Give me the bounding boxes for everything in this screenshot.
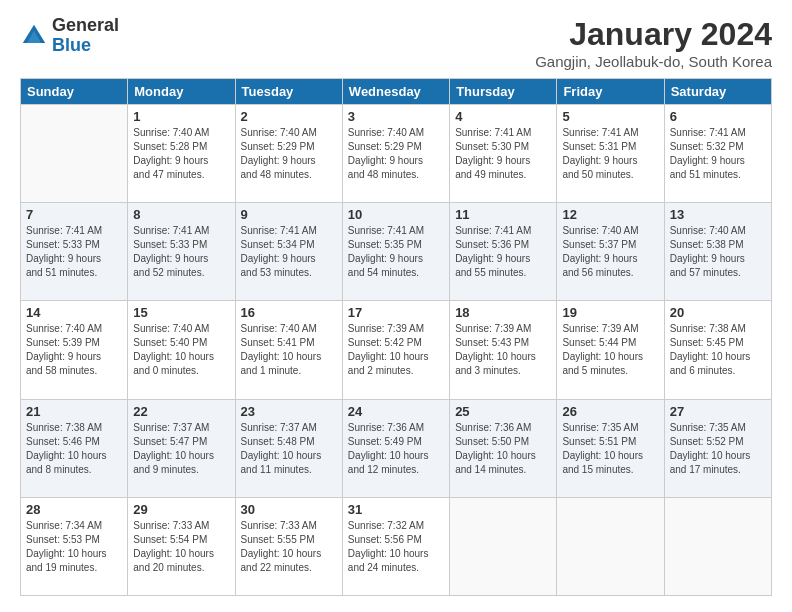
- day-cell: 29Sunrise: 7:33 AM Sunset: 5:54 PM Dayli…: [128, 497, 235, 595]
- day-number: 15: [133, 305, 229, 320]
- day-number: 12: [562, 207, 658, 222]
- col-header-monday: Monday: [128, 79, 235, 105]
- day-number: 11: [455, 207, 551, 222]
- day-cell: [21, 105, 128, 203]
- day-info: Sunrise: 7:40 AM Sunset: 5:29 PM Dayligh…: [348, 126, 444, 182]
- day-cell: 26Sunrise: 7:35 AM Sunset: 5:51 PM Dayli…: [557, 399, 664, 497]
- day-cell: 24Sunrise: 7:36 AM Sunset: 5:49 PM Dayli…: [342, 399, 449, 497]
- day-cell: 18Sunrise: 7:39 AM Sunset: 5:43 PM Dayli…: [450, 301, 557, 399]
- day-cell: 31Sunrise: 7:32 AM Sunset: 5:56 PM Dayli…: [342, 497, 449, 595]
- day-info: Sunrise: 7:41 AM Sunset: 5:31 PM Dayligh…: [562, 126, 658, 182]
- col-header-sunday: Sunday: [21, 79, 128, 105]
- day-info: Sunrise: 7:34 AM Sunset: 5:53 PM Dayligh…: [26, 519, 122, 575]
- header-row: SundayMondayTuesdayWednesdayThursdayFrid…: [21, 79, 772, 105]
- day-number: 3: [348, 109, 444, 124]
- day-info: Sunrise: 7:40 AM Sunset: 5:37 PM Dayligh…: [562, 224, 658, 280]
- day-number: 22: [133, 404, 229, 419]
- day-cell: 30Sunrise: 7:33 AM Sunset: 5:55 PM Dayli…: [235, 497, 342, 595]
- day-number: 23: [241, 404, 337, 419]
- day-cell: 7Sunrise: 7:41 AM Sunset: 5:33 PM Daylig…: [21, 203, 128, 301]
- day-info: Sunrise: 7:40 AM Sunset: 5:29 PM Dayligh…: [241, 126, 337, 182]
- calendar: SundayMondayTuesdayWednesdayThursdayFrid…: [20, 78, 772, 596]
- day-info: Sunrise: 7:41 AM Sunset: 5:32 PM Dayligh…: [670, 126, 766, 182]
- title-block: January 2024 Gangjin, Jeollabuk-do, Sout…: [535, 16, 772, 70]
- day-info: Sunrise: 7:39 AM Sunset: 5:43 PM Dayligh…: [455, 322, 551, 378]
- day-number: 17: [348, 305, 444, 320]
- day-cell: 13Sunrise: 7:40 AM Sunset: 5:38 PM Dayli…: [664, 203, 771, 301]
- week-row-0: 1Sunrise: 7:40 AM Sunset: 5:28 PM Daylig…: [21, 105, 772, 203]
- day-info: Sunrise: 7:38 AM Sunset: 5:46 PM Dayligh…: [26, 421, 122, 477]
- day-info: Sunrise: 7:40 AM Sunset: 5:39 PM Dayligh…: [26, 322, 122, 378]
- day-number: 1: [133, 109, 229, 124]
- col-header-wednesday: Wednesday: [342, 79, 449, 105]
- day-cell: 14Sunrise: 7:40 AM Sunset: 5:39 PM Dayli…: [21, 301, 128, 399]
- day-info: Sunrise: 7:41 AM Sunset: 5:30 PM Dayligh…: [455, 126, 551, 182]
- col-header-saturday: Saturday: [664, 79, 771, 105]
- month-title: January 2024: [535, 16, 772, 53]
- day-number: 24: [348, 404, 444, 419]
- col-header-friday: Friday: [557, 79, 664, 105]
- day-info: Sunrise: 7:40 AM Sunset: 5:40 PM Dayligh…: [133, 322, 229, 378]
- day-number: 14: [26, 305, 122, 320]
- day-info: Sunrise: 7:39 AM Sunset: 5:44 PM Dayligh…: [562, 322, 658, 378]
- day-info: Sunrise: 7:40 AM Sunset: 5:41 PM Dayligh…: [241, 322, 337, 378]
- week-row-4: 28Sunrise: 7:34 AM Sunset: 5:53 PM Dayli…: [21, 497, 772, 595]
- day-info: Sunrise: 7:40 AM Sunset: 5:38 PM Dayligh…: [670, 224, 766, 280]
- day-cell: 6Sunrise: 7:41 AM Sunset: 5:32 PM Daylig…: [664, 105, 771, 203]
- day-cell: [450, 497, 557, 595]
- day-info: Sunrise: 7:33 AM Sunset: 5:54 PM Dayligh…: [133, 519, 229, 575]
- day-cell: 15Sunrise: 7:40 AM Sunset: 5:40 PM Dayli…: [128, 301, 235, 399]
- day-number: 21: [26, 404, 122, 419]
- col-header-tuesday: Tuesday: [235, 79, 342, 105]
- day-number: 10: [348, 207, 444, 222]
- day-info: Sunrise: 7:40 AM Sunset: 5:28 PM Dayligh…: [133, 126, 229, 182]
- day-info: Sunrise: 7:35 AM Sunset: 5:52 PM Dayligh…: [670, 421, 766, 477]
- day-cell: 2Sunrise: 7:40 AM Sunset: 5:29 PM Daylig…: [235, 105, 342, 203]
- logo-blue: Blue: [52, 36, 119, 56]
- day-info: Sunrise: 7:33 AM Sunset: 5:55 PM Dayligh…: [241, 519, 337, 575]
- week-row-2: 14Sunrise: 7:40 AM Sunset: 5:39 PM Dayli…: [21, 301, 772, 399]
- day-number: 26: [562, 404, 658, 419]
- header: General Blue January 2024 Gangjin, Jeoll…: [20, 16, 772, 70]
- day-cell: 28Sunrise: 7:34 AM Sunset: 5:53 PM Dayli…: [21, 497, 128, 595]
- week-row-1: 7Sunrise: 7:41 AM Sunset: 5:33 PM Daylig…: [21, 203, 772, 301]
- logo-general: General: [52, 16, 119, 36]
- day-cell: 3Sunrise: 7:40 AM Sunset: 5:29 PM Daylig…: [342, 105, 449, 203]
- day-number: 5: [562, 109, 658, 124]
- day-cell: 12Sunrise: 7:40 AM Sunset: 5:37 PM Dayli…: [557, 203, 664, 301]
- day-info: Sunrise: 7:41 AM Sunset: 5:33 PM Dayligh…: [133, 224, 229, 280]
- day-number: 20: [670, 305, 766, 320]
- day-cell: 27Sunrise: 7:35 AM Sunset: 5:52 PM Dayli…: [664, 399, 771, 497]
- day-cell: 8Sunrise: 7:41 AM Sunset: 5:33 PM Daylig…: [128, 203, 235, 301]
- day-cell: 9Sunrise: 7:41 AM Sunset: 5:34 PM Daylig…: [235, 203, 342, 301]
- day-info: Sunrise: 7:38 AM Sunset: 5:45 PM Dayligh…: [670, 322, 766, 378]
- day-cell: 22Sunrise: 7:37 AM Sunset: 5:47 PM Dayli…: [128, 399, 235, 497]
- day-number: 16: [241, 305, 337, 320]
- day-cell: 4Sunrise: 7:41 AM Sunset: 5:30 PM Daylig…: [450, 105, 557, 203]
- day-info: Sunrise: 7:41 AM Sunset: 5:35 PM Dayligh…: [348, 224, 444, 280]
- day-number: 27: [670, 404, 766, 419]
- day-number: 28: [26, 502, 122, 517]
- location: Gangjin, Jeollabuk-do, South Korea: [535, 53, 772, 70]
- day-info: Sunrise: 7:35 AM Sunset: 5:51 PM Dayligh…: [562, 421, 658, 477]
- day-info: Sunrise: 7:41 AM Sunset: 5:33 PM Dayligh…: [26, 224, 122, 280]
- day-cell: 19Sunrise: 7:39 AM Sunset: 5:44 PM Dayli…: [557, 301, 664, 399]
- day-info: Sunrise: 7:32 AM Sunset: 5:56 PM Dayligh…: [348, 519, 444, 575]
- day-number: 8: [133, 207, 229, 222]
- day-number: 29: [133, 502, 229, 517]
- page: General Blue January 2024 Gangjin, Jeoll…: [0, 0, 792, 612]
- day-info: Sunrise: 7:37 AM Sunset: 5:48 PM Dayligh…: [241, 421, 337, 477]
- day-number: 19: [562, 305, 658, 320]
- day-info: Sunrise: 7:37 AM Sunset: 5:47 PM Dayligh…: [133, 421, 229, 477]
- day-info: Sunrise: 7:36 AM Sunset: 5:50 PM Dayligh…: [455, 421, 551, 477]
- day-info: Sunrise: 7:41 AM Sunset: 5:36 PM Dayligh…: [455, 224, 551, 280]
- day-number: 31: [348, 502, 444, 517]
- day-cell: [557, 497, 664, 595]
- day-number: 7: [26, 207, 122, 222]
- day-number: 25: [455, 404, 551, 419]
- day-number: 6: [670, 109, 766, 124]
- day-number: 30: [241, 502, 337, 517]
- day-cell: 21Sunrise: 7:38 AM Sunset: 5:46 PM Dayli…: [21, 399, 128, 497]
- day-cell: 5Sunrise: 7:41 AM Sunset: 5:31 PM Daylig…: [557, 105, 664, 203]
- day-info: Sunrise: 7:39 AM Sunset: 5:42 PM Dayligh…: [348, 322, 444, 378]
